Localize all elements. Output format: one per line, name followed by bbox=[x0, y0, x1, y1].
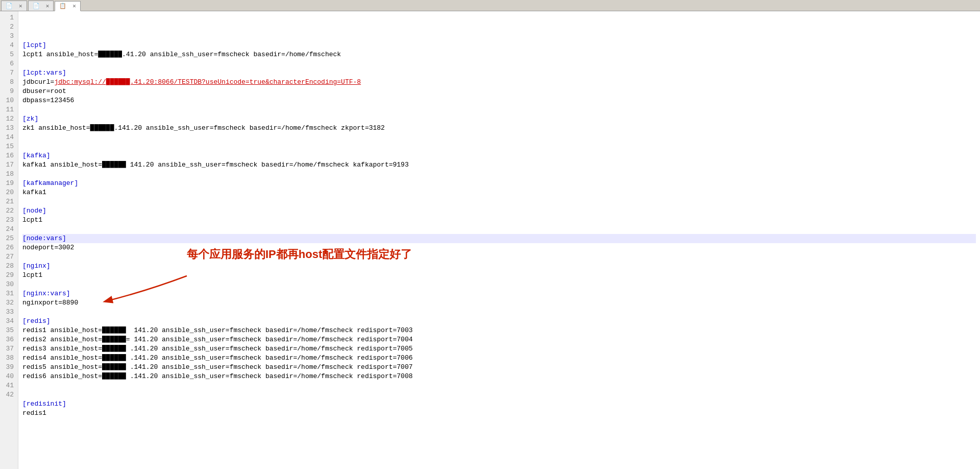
code-line-4: [lcpt:vars] bbox=[22, 68, 976, 78]
code-line-32: redis1 ansible_host=██████ 141.20 ansibl… bbox=[22, 326, 976, 335]
code-line-25: [nginx] bbox=[22, 262, 976, 271]
code-line-2: lcpt1 ansible_host=██████.41.20 ansible_… bbox=[22, 50, 976, 59]
tab-close-3[interactable]: ✕ bbox=[72, 3, 76, 9]
code-line-9: [zk] bbox=[22, 114, 976, 124]
code-line-7: dbpass=123456 bbox=[22, 96, 976, 105]
code-line-5: jdbcurl=jdbc:mysql://██████.41.20:8066/T… bbox=[22, 78, 976, 87]
code-line-3 bbox=[22, 59, 976, 68]
code-line-38 bbox=[22, 381, 976, 390]
txt-icon-1: 📄 bbox=[6, 3, 13, 9]
tab-business-records[interactable]: 📄 ✕ bbox=[1, 1, 27, 11]
code-line-13: [kafka] bbox=[22, 151, 976, 160]
code-line-39 bbox=[22, 390, 976, 400]
code-line-20: lcpt1 bbox=[22, 216, 976, 225]
code-line-1: [lcpt] bbox=[22, 41, 976, 50]
code-line-24 bbox=[22, 252, 976, 262]
code-line-42 bbox=[22, 418, 976, 427]
tab-bar: 📄 ✕ 📄 ✕ 📋 ✕ bbox=[0, 0, 980, 11]
code-line-30 bbox=[22, 308, 976, 317]
code-line-22: [node:vars] bbox=[22, 234, 976, 243]
code-line-21 bbox=[22, 225, 976, 234]
code-line-37: redis6 ansible_host=██████ .141.20 ansib… bbox=[22, 372, 976, 381]
code-area[interactable]: [lcpt]lcpt1 ansible_host=██████.41.20 an… bbox=[18, 11, 980, 469]
code-line-28: [nginx:vars] bbox=[22, 289, 976, 298]
cfg-icon-3: 📋 bbox=[59, 3, 66, 9]
code-line-10: zk1 ansible_host=██████.141.20 ansible_s… bbox=[22, 124, 976, 133]
tab-close-1[interactable]: ✕ bbox=[19, 3, 22, 9]
code-line-31: [redis] bbox=[22, 317, 976, 326]
code-line-17: kafka1 bbox=[22, 188, 976, 197]
code-line-11 bbox=[22, 133, 976, 142]
code-line-19: [node] bbox=[22, 206, 976, 216]
code-line-35: redis4 ansible_host=██████ .141.20 ansib… bbox=[22, 354, 976, 363]
code-line-6: dbuser=root bbox=[22, 87, 976, 96]
line-numbers: 1234567891011121314151617181920212223242… bbox=[0, 11, 18, 469]
code-line-16: [kafkamanager] bbox=[22, 179, 976, 188]
tab-hosts[interactable]: 📋 ✕ bbox=[55, 1, 81, 11]
code-line-33: redis2 ansible_host=██████= 141.20 ansib… bbox=[22, 335, 976, 344]
code-line-36: redis5 ansible_host=██████ .141.20 ansib… bbox=[22, 363, 976, 372]
txt-icon-2: 📄 bbox=[33, 3, 40, 9]
code-line-27 bbox=[22, 280, 976, 289]
editor-container[interactable]: 1234567891011121314151617181920212223242… bbox=[0, 11, 980, 469]
code-line-15 bbox=[22, 170, 976, 179]
tab-close-2[interactable]: ✕ bbox=[46, 3, 50, 9]
code-line-23: nodeport=3002 bbox=[22, 243, 976, 252]
code-line-40: [redisinit] bbox=[22, 400, 976, 409]
code-line-41: redis1 bbox=[22, 409, 976, 418]
code-line-29: nginxport=8890 bbox=[22, 298, 976, 308]
code-line-18 bbox=[22, 197, 976, 206]
code-line-34: redis3 ansible_host=██████ .141.20 ansib… bbox=[22, 344, 976, 354]
tab-ansible-deploy[interactable]: 📄 ✕ bbox=[28, 1, 54, 11]
code-line-14: kafka1 ansible_host=██████ 141.20 ansibl… bbox=[22, 160, 976, 170]
code-line-8 bbox=[22, 105, 976, 114]
code-line-12 bbox=[22, 142, 976, 151]
code-line-26: lcpt1 bbox=[22, 271, 976, 280]
